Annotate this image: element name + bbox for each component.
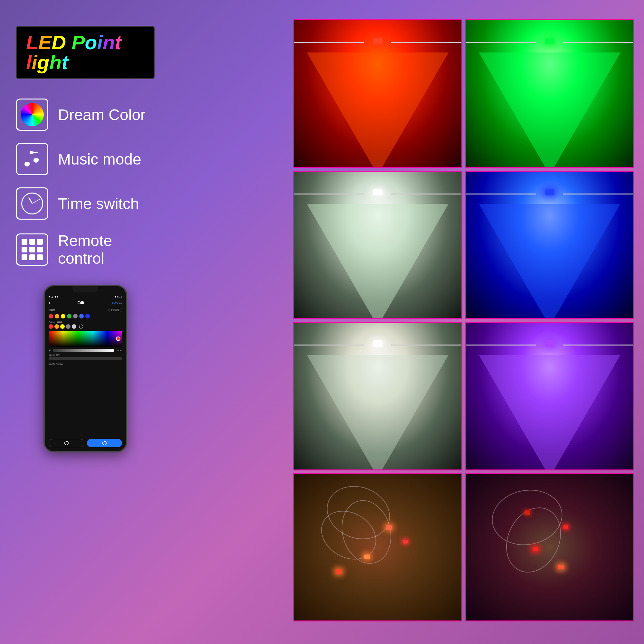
time-switch-label: Time switch <box>58 195 139 213</box>
cluster-led-1 <box>364 554 370 559</box>
brightness-sun-icon: ☀ <box>49 349 51 352</box>
phone-mockup-container: ● ▲ ◀ ■ ■ 6:11 ‹ Edit Save as Flow Previ… <box>16 285 155 452</box>
wire-left <box>466 345 536 346</box>
phone-battery: ■ 6:11 <box>115 295 122 298</box>
phone-bottom-buttons <box>49 439 122 447</box>
phone-gradient-picker[interactable] <box>49 331 122 347</box>
color-wheel-icon <box>21 103 44 126</box>
phone-save-button[interactable]: Save as <box>111 301 122 304</box>
photo-blue-light <box>465 171 634 319</box>
cluster-led-6 <box>563 525 568 529</box>
phone-turnto-label: turnTo Positive <box>49 363 122 365</box>
cluster-led-7 <box>558 565 564 569</box>
feature-dream-color: Dream Color <box>16 99 155 131</box>
wire-right <box>563 345 633 346</box>
dream-color-icon-box <box>16 99 48 131</box>
swatch-red[interactable] <box>49 324 53 329</box>
led-purple <box>545 340 554 347</box>
swatch-white[interactable] <box>72 324 76 329</box>
dream-color-label: Dream Color <box>58 106 146 124</box>
music-note-icon <box>23 148 42 170</box>
feature-time-switch: Time switch <box>16 187 155 220</box>
music-mode-label: Music mode <box>58 150 141 168</box>
wire-right <box>391 42 461 43</box>
remote-control-label: Remote control <box>58 232 155 267</box>
phone-color-dots-row <box>49 314 122 318</box>
phone-back-button[interactable]: ‹ <box>49 300 50 305</box>
phone-gradient-cursor <box>116 336 120 341</box>
wire-right <box>391 345 461 346</box>
photo-green-light <box>465 19 634 168</box>
phone-brightness-value: 100% <box>116 349 122 352</box>
light-cone-purple <box>479 355 620 470</box>
phone-app-header: ‹ Edit Save as <box>49 300 122 305</box>
photo-grid <box>293 19 634 621</box>
led-white1 <box>373 189 383 195</box>
refresh-icon[interactable] <box>79 324 83 329</box>
color-dot-red[interactable] <box>49 314 53 318</box>
phone-notch <box>72 286 98 292</box>
clock-icon <box>21 193 43 214</box>
phone-status-bar: ● ▲ ◀ ■ ■ 6:11 <box>49 295 122 298</box>
left-panel: LED Point light Dream Color Music mode <box>16 26 155 452</box>
logo-title: LED Point light <box>26 33 145 72</box>
cluster-led-8 <box>525 510 530 515</box>
cluster-led-4 <box>403 540 408 544</box>
led-red <box>373 38 383 44</box>
phone-speed-slider[interactable] <box>49 357 122 360</box>
phone-gradient-overlay <box>49 331 122 347</box>
logo-box: LED Point light <box>16 26 155 79</box>
feature-music-mode: Music mode <box>16 143 155 175</box>
phone-colour-label: Colour White <box>49 321 122 323</box>
phone-flow-row: Flow Preview <box>49 308 122 312</box>
light-cone-blue <box>479 204 620 319</box>
phone-screen: ● ▲ ◀ ■ ■ 6:11 ‹ Edit Save as Flow Previ… <box>45 286 126 451</box>
cluster-led-2 <box>386 525 392 530</box>
wire-left <box>294 42 364 43</box>
swatch-orange[interactable] <box>54 324 59 329</box>
photo-purple-light <box>465 322 634 470</box>
music-mode-icon-box <box>16 143 48 175</box>
phone-btn-refresh[interactable] <box>49 439 84 447</box>
color-dot-yellow[interactable] <box>61 314 65 318</box>
color-dot-gray[interactable] <box>73 314 78 318</box>
remote-icon <box>22 239 43 260</box>
light-cone-white1 <box>307 204 449 319</box>
photo-cluster-2 <box>465 473 634 622</box>
phone-edit-title: Edit <box>78 301 84 305</box>
clock-hand-hour <box>28 197 33 204</box>
swatch-gray[interactable] <box>66 324 71 329</box>
phone-color-swatches-row <box>49 324 122 329</box>
color-dot-blue[interactable] <box>79 314 84 318</box>
phone-preview-button[interactable]: Preview <box>108 308 122 312</box>
led-blue <box>545 189 554 195</box>
wire-left <box>294 194 364 194</box>
phone-mockup: ● ▲ ◀ ■ ■ 6:11 ‹ Edit Save as Flow Previ… <box>43 285 127 452</box>
clock-hand-min <box>32 199 40 204</box>
cluster-led-5 <box>533 547 538 551</box>
phone-status-icons: ● ▲ ◀ ■ <box>49 295 58 298</box>
color-dot-green[interactable] <box>67 314 71 318</box>
color-dot-darkblue[interactable] <box>85 314 90 318</box>
wire-right <box>563 42 633 43</box>
phone-brightness-row: ☀ 100% <box>49 349 122 352</box>
phone-brightness-slider[interactable] <box>53 349 114 352</box>
photo-cluster-1 <box>293 473 462 622</box>
wire-right <box>563 194 633 194</box>
light-cone-white2 <box>307 355 449 470</box>
photo-white-light-2 <box>293 322 462 470</box>
led-green <box>545 38 554 44</box>
phone-btn-play[interactable] <box>87 439 122 447</box>
wire-left <box>466 194 536 194</box>
remote-control-icon-box <box>16 233 48 266</box>
time-switch-icon-box <box>16 187 48 220</box>
cluster-led-3 <box>336 569 342 574</box>
light-cone-green <box>479 52 620 168</box>
phone-speed-label: Speed 50% <box>49 354 122 356</box>
swatch-yellow[interactable] <box>60 324 65 329</box>
light-cone-red <box>307 52 449 168</box>
feature-remote-control: Remote control <box>16 232 155 267</box>
wire-right <box>391 194 461 194</box>
color-dot-orange[interactable] <box>55 314 59 318</box>
features-list: Dream Color Music mode Time switch <box>16 99 155 267</box>
